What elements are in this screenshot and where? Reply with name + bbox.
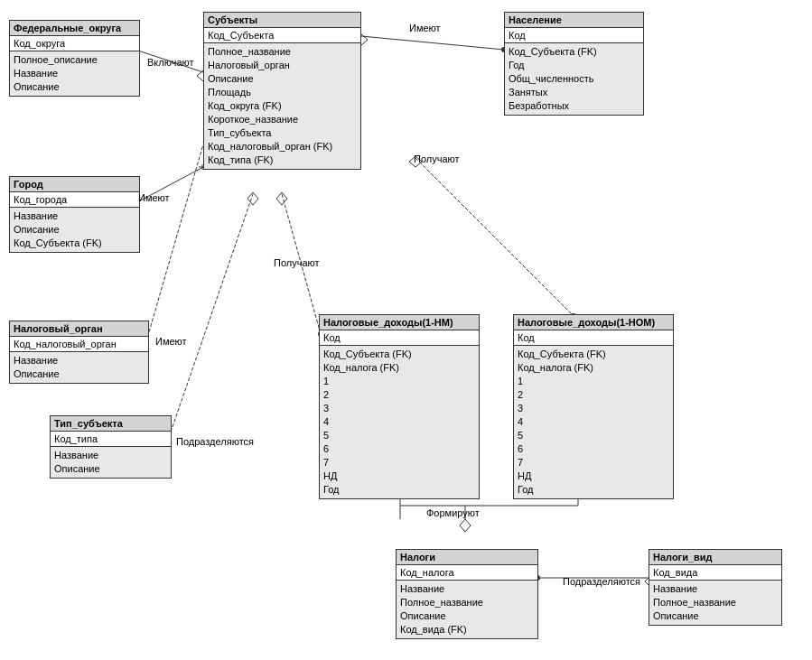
- entity-naselenie-title: Население: [505, 13, 643, 28]
- svg-line-3: [361, 36, 504, 50]
- entity-nalog-dohody-1nom-title: Налоговые_доходы(1-НОМ): [514, 315, 673, 330]
- entity-federalnye-okruga-attrs: Полное_описание Название Описание: [10, 51, 139, 96]
- svg-line-10: [145, 144, 203, 348]
- relation-podrazdelyayutsya-tip: Подразделяются: [176, 436, 254, 447]
- entity-tip-subekta-attrs: Название Описание: [51, 447, 171, 478]
- entity-nalogi-vid: Налоги_вид Код_вида Название Полное_назв…: [649, 549, 782, 626]
- entity-gorod-title: Город: [10, 177, 139, 192]
- entity-nalogi: Налоги Код_налога Название Полное_назван…: [396, 549, 538, 639]
- entity-federalnye-okruga-pk: Код_округа: [10, 36, 139, 51]
- entity-nalogi-vid-attrs: Название Полное_название Описание: [649, 581, 781, 625]
- attr-nazvanie: Название: [14, 67, 135, 80]
- attr-opisanie: Описание: [14, 80, 135, 94]
- entity-nalog-dohody-1nom: Налоговые_доходы(1-НОМ) Код Код_Субъекта…: [513, 314, 674, 499]
- relation-vklyuchayut: Включают: [147, 57, 194, 68]
- entity-nalogovyi-organ-pk: Код_налоговый_орган: [10, 337, 148, 352]
- entity-naselenie: Население Код Код_Субъекта (FK) Год Общ_…: [504, 12, 644, 116]
- entity-gorod: Город Код_города Название Описание Код_С…: [9, 176, 140, 253]
- svg-marker-12: [247, 192, 258, 205]
- entity-nalogovyi-organ-title: Налоговый_орган: [10, 321, 148, 337]
- relation-formiruyut: Формируют: [426, 507, 480, 518]
- entity-nalog-dohody-1nom-pk: Код: [514, 330, 673, 346]
- entity-nalogovyi-organ-attrs: Название Описание: [10, 352, 148, 383]
- entity-naselenie-attrs: Код_Субъекта (FK) Год Общ_численность За…: [505, 43, 643, 115]
- entity-nalog-dohody-1nom-attrs: Код_Субъекта (FK) Код_налога (FK) 1 2 3 …: [514, 346, 673, 498]
- relation-poluchayut-2: Получают: [274, 257, 320, 268]
- relation-podrazdelyayutsya-vid: Подразделяются: [563, 576, 640, 587]
- svg-marker-23: [460, 519, 471, 532]
- svg-marker-14: [276, 192, 287, 205]
- entity-gorod-attrs: Название Описание Код_Субъекта (FK): [10, 208, 139, 252]
- entity-nalog-dohody-1nm: Налоговые_доходы(1-НМ) Код Код_Субъекта …: [319, 314, 480, 499]
- diagram-canvas: Федеральные_округа Код_округа Полное_опи…: [0, 0, 812, 660]
- entity-nalogovyi-organ: Налоговый_орган Код_налоговый_орган Назв…: [9, 321, 149, 384]
- entity-tip-subekta-pk: Код_типа: [51, 432, 171, 447]
- entity-federalnye-okruga: Федеральные_округа Код_округа Полное_опи…: [9, 20, 140, 97]
- relation-imeyut-nalogovyi: Имеют: [155, 336, 187, 347]
- entity-subekty-attrs: Полное_название Налоговый_орган Описание…: [204, 43, 360, 169]
- entity-subekty: Субъекты Код_Субъекта Полное_название На…: [203, 12, 361, 170]
- entity-subekty-title: Субъекты: [204, 13, 360, 28]
- entity-subekty-pk: Код_Субъекта: [204, 28, 360, 43]
- svg-line-16: [415, 158, 574, 316]
- entity-nalog-dohody-1nm-attrs: Код_Субъекта (FK) Код_налога (FK) 1 2 3 …: [320, 346, 479, 498]
- relation-imeyut-gorod: Имеют: [138, 192, 170, 203]
- entity-nalogi-attrs: Название Полное_название Описание Код_ви…: [397, 581, 537, 638]
- entity-nalog-dohody-1nm-pk: Код: [320, 330, 479, 346]
- entity-federalnye-okruga-title: Федеральные_округа: [10, 21, 139, 36]
- entity-nalog-dohody-1nm-title: Налоговые_доходы(1-НМ): [320, 315, 479, 330]
- entity-nalogi-title: Налоги: [397, 550, 537, 565]
- entity-tip-subekta: Тип_субъекта Код_типа Название Описание: [50, 415, 172, 479]
- entity-naselenie-pk: Код: [505, 28, 643, 43]
- entity-nalogi-pk: Код_налога: [397, 565, 537, 581]
- entity-nalogi-vid-title: Налоги_вид: [649, 550, 781, 565]
- entity-tip-subekta-title: Тип_субъекта: [51, 416, 171, 432]
- entity-gorod-pk: Код_города: [10, 192, 139, 208]
- entity-nalogi-vid-pk: Код_вида: [649, 565, 781, 581]
- svg-line-11: [167, 194, 253, 442]
- attr-polnoe-opisanie: Полное_описание: [14, 53, 135, 67]
- relation-poluchayut-1: Получают: [414, 153, 460, 164]
- relation-imeyut-naselenie: Имеют: [409, 23, 441, 33]
